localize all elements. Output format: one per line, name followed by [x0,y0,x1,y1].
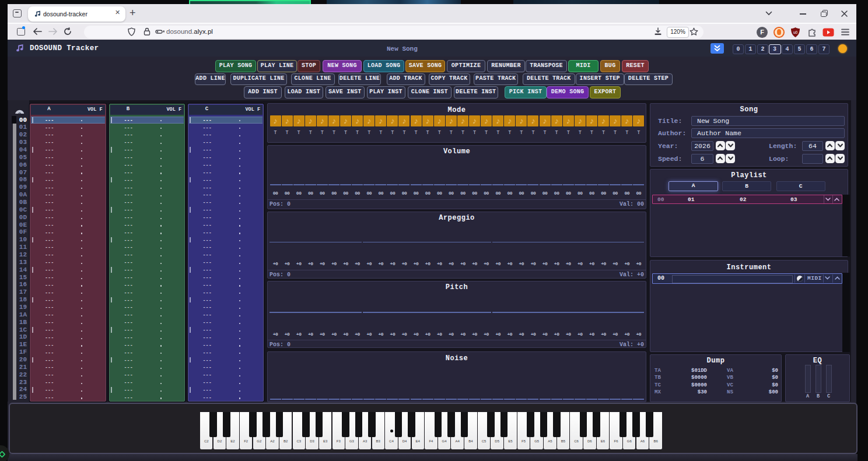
svg-text:u0: u0 [793,30,798,34]
